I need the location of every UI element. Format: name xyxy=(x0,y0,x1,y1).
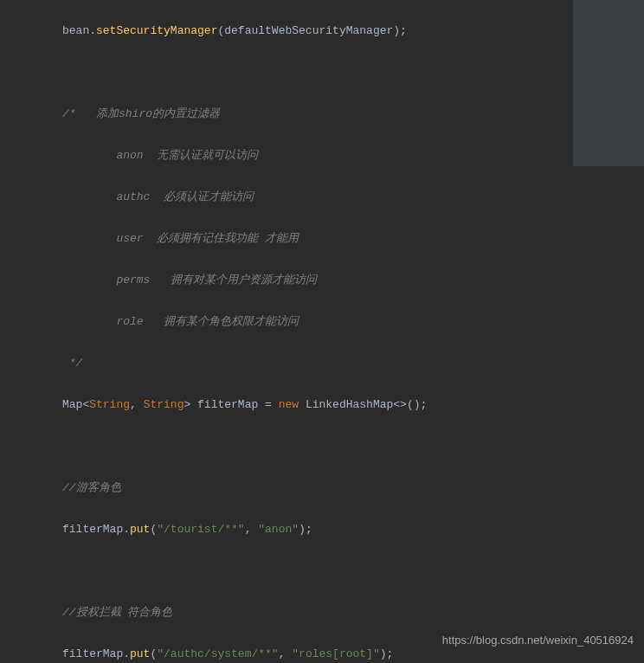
code-line: bean.setSecurityManager(defaultWebSecuri… xyxy=(62,21,644,42)
code-line: anon 无需认证就可以访问 xyxy=(62,145,644,166)
code-line: /* 添加shiro的内置过滤器 xyxy=(62,104,644,125)
code-line xyxy=(62,561,644,582)
code-line: //游客角色 xyxy=(62,478,644,499)
code-line: user 必须拥有记住我功能 才能用 xyxy=(62,229,644,249)
code-line: //授权拦截 符合角色 xyxy=(62,602,644,623)
code-line: Map<String, String> filterMap = new Link… xyxy=(62,395,644,415)
code-line: authc 必须认证才能访问 xyxy=(62,187,644,208)
code-line: */ xyxy=(62,353,644,374)
code-line xyxy=(62,436,644,457)
code-line xyxy=(62,62,644,83)
watermark-text: https://blog.csdn.net/weixin_40516924 xyxy=(442,630,634,651)
code-line: perms 拥有对某个用户资源才能访问 xyxy=(62,270,644,291)
code-editor[interactable]: bean.setSecurityManager(defaultWebSecuri… xyxy=(0,0,644,663)
code-line: role 拥有某个角色权限才能访问 xyxy=(62,312,644,332)
code-line: filterMap.put("/tourist/**", "anon"); xyxy=(62,519,644,540)
